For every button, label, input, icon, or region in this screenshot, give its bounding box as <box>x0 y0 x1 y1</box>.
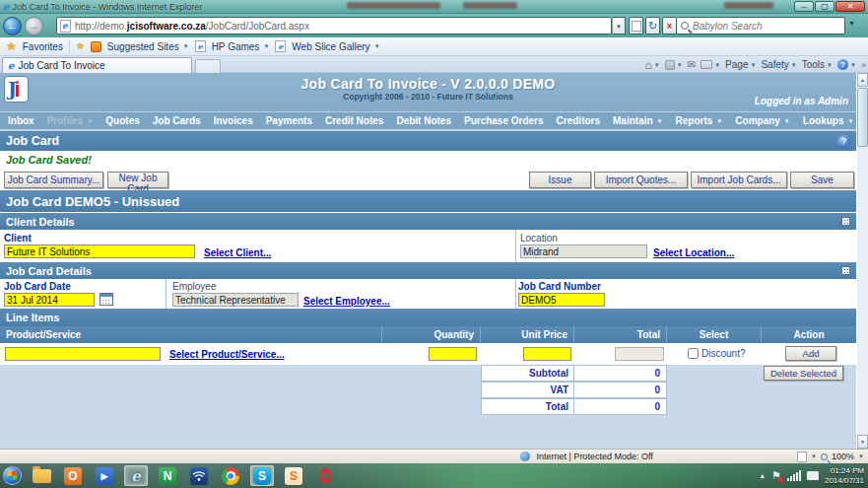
client-input[interactable] <box>4 244 195 258</box>
taskbar-outlook-icon[interactable]: O <box>61 465 85 486</box>
compatibility-view-button[interactable] <box>629 17 643 35</box>
search-input[interactable] <box>693 21 840 32</box>
location-input[interactable] <box>520 244 647 258</box>
tools-menu[interactable]: Tools▼ <box>802 59 833 70</box>
action-center-icon[interactable]: ⚑ <box>771 469 781 482</box>
nav-purchase-orders[interactable]: Purchase Orders <box>464 115 544 126</box>
home-button[interactable]: ⌂▼ <box>645 59 660 71</box>
zoom-level[interactable]: 100% <box>832 452 854 461</box>
tray-expand-icon[interactable]: ▲ <box>759 472 766 479</box>
employee-input[interactable] <box>172 293 299 307</box>
search-box[interactable] <box>676 17 845 35</box>
issue-button[interactable]: Issue <box>529 172 591 188</box>
new-tab-button[interactable] <box>195 59 221 73</box>
help-button[interactable]: ?▼ <box>837 59 856 70</box>
feeds-button[interactable]: ▼ <box>665 60 683 70</box>
collapse-icon[interactable] <box>841 217 850 226</box>
suggested-sites-icon <box>91 41 101 52</box>
scroll-down-button[interactable]: ▼ <box>857 435 868 449</box>
discount-option: Discount? <box>688 348 745 359</box>
taskbar-n-app-icon[interactable]: N <box>156 465 179 486</box>
discount-checkbox[interactable] <box>688 348 699 359</box>
minimize-button[interactable]: – <box>794 1 814 12</box>
job-card-date-input[interactable] <box>4 293 95 307</box>
favorites-label[interactable]: Favorites <box>23 41 63 52</box>
overflow-chevron-icon[interactable]: » <box>861 60 866 70</box>
nav-payments[interactable]: Payments <box>266 115 312 126</box>
nav-reports[interactable]: Reports <box>676 115 723 126</box>
nav-quotes[interactable]: Quotes <box>105 115 139 126</box>
select-location-link[interactable]: Select Location... <box>653 247 734 258</box>
taskbar-wifi-app-icon[interactable] <box>187 465 211 486</box>
network-signal-icon[interactable] <box>787 470 801 481</box>
mail-icon[interactable]: ✉ <box>688 59 696 70</box>
nav-company[interactable]: Company <box>735 115 790 126</box>
new-job-card-button[interactable]: New Job Card <box>107 172 168 188</box>
favorites-item-web-slice-gallery[interactable]: Web Slice Gallery▼ <box>292 41 379 52</box>
nav-maintain[interactable]: Maintain <box>613 115 663 126</box>
nav-lookups[interactable]: Lookups <box>803 115 854 126</box>
taskbar-s-app-icon[interactable]: S <box>282 465 305 486</box>
select-client-link[interactable]: Select Client... <box>204 247 271 258</box>
print-button[interactable]: ▼ <box>701 60 720 69</box>
chevron-down-icon[interactable]: ▼ <box>858 453 864 459</box>
refresh-button[interactable]: ↻ <box>645 17 660 35</box>
nav-creditors[interactable]: Creditors <box>557 115 600 126</box>
forward-button[interactable]: → <box>25 17 43 35</box>
taskbar-clock[interactable]: 01:24 PM 2014/07/31 <box>825 466 866 486</box>
delete-selected-button[interactable]: Delete Selected <box>764 366 843 381</box>
address-field[interactable]: http://demo.jcisoftware.co.za/JobCard/Jo… <box>56 17 612 35</box>
add-button[interactable]: Add <box>785 346 836 361</box>
taskbar-skype-icon[interactable]: S <box>250 465 274 486</box>
stop-button[interactable]: × <box>662 17 677 35</box>
nav-profiles[interactable]: Profiles <box>47 115 94 126</box>
maximize-button[interactable]: ▢ <box>815 1 835 12</box>
taskbar-explorer-icon[interactable] <box>30 465 53 486</box>
scrollbar-thumb[interactable] <box>857 88 868 147</box>
url-text[interactable]: http://demo.jcisoftware.co.za/JobCard/Jo… <box>75 21 309 32</box>
job-card-subtitle-bar: Job Card DEMO5 - Unissued <box>0 190 856 212</box>
unit-price-input[interactable] <box>523 347 571 361</box>
calendar-icon[interactable] <box>100 293 113 306</box>
back-button[interactable]: ← <box>3 17 22 35</box>
nav-debit-notes[interactable]: Debit Notes <box>396 115 451 126</box>
job-card-summary-button[interactable]: Job Card Summary... <box>4 172 103 188</box>
taskbar-chrome-icon[interactable] <box>219 465 242 486</box>
favorites-item-suggested-sites[interactable]: Suggested Sites▼ <box>107 41 189 52</box>
job-card-details-row: Job Card Date Employee Select Employee..… <box>0 279 856 309</box>
scroll-up-button[interactable]: ▲ <box>857 73 868 87</box>
favorites-item-hp-games[interactable]: HP Games▼ <box>212 41 270 52</box>
job-card-number-label: Job Card Number <box>518 281 601 292</box>
zoom-icon[interactable] <box>821 453 828 460</box>
taskbar-internet-explorer-icon[interactable]: e <box>124 465 148 486</box>
save-button[interactable]: Save <box>790 172 854 188</box>
select-product-service-link[interactable]: Select Product/Service... <box>169 349 285 360</box>
add-favorite-icon[interactable]: ★ <box>76 40 85 52</box>
chevron-down-icon[interactable]: ▼ <box>811 453 817 459</box>
search-dropdown-icon[interactable]: ▼ <box>848 20 855 27</box>
help-icon[interactable]: ? <box>837 135 850 148</box>
safety-menu[interactable]: Safety▼ <box>761 59 796 70</box>
nav-credit-notes[interactable]: Credit Notes <box>325 115 383 126</box>
start-button[interactable] <box>3 466 22 485</box>
vertical-scrollbar[interactable]: ▲ ▼ <box>857 73 868 449</box>
nav-invoices[interactable]: Invoices <box>214 115 253 126</box>
quantity-input[interactable] <box>429 347 477 361</box>
divider <box>515 279 516 309</box>
page-menu[interactable]: Page▼ <box>725 59 756 70</box>
job-card-number-input[interactable] <box>518 293 605 307</box>
select-employee-link[interactable]: Select Employee... <box>303 296 390 307</box>
address-dropdown-icon[interactable]: ▼ <box>613 17 626 35</box>
import-job-cards-button[interactable]: Import Job Cards... <box>691 172 787 188</box>
nav-job-cards[interactable]: Job Cards <box>153 115 201 126</box>
compatibility-view-icon[interactable] <box>797 452 807 462</box>
input-device-icon[interactable] <box>807 471 819 480</box>
taskbar-opera-icon[interactable] <box>313 465 337 486</box>
close-button[interactable]: ✕ <box>835 1 865 12</box>
import-quotes-button[interactable]: Import Quotes... <box>594 172 688 188</box>
tab-job-card-to-invoice[interactable]: e Job Card To Invoice <box>2 57 192 73</box>
taskbar-media-player-icon[interactable]: ▶ <box>93 465 116 486</box>
product-service-input[interactable] <box>5 347 161 361</box>
collapse-icon[interactable] <box>841 266 850 275</box>
nav-inbox[interactable]: Inbox <box>8 115 34 126</box>
